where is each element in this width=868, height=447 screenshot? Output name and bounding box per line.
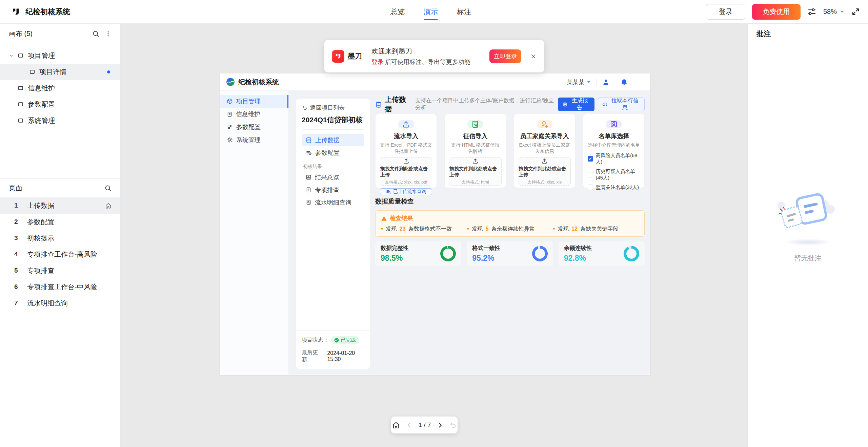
chart-icon bbox=[306, 174, 311, 180]
nav-item-参数配置[interactable]: 参数配置 bbox=[220, 121, 288, 133]
tree-item-项目管理[interactable]: 项目管理 bbox=[0, 47, 120, 64]
person-card-icon bbox=[606, 120, 622, 128]
fetch-bank-info-button[interactable]: 拉取本行信息 bbox=[598, 98, 645, 111]
user-icon[interactable] bbox=[602, 79, 609, 86]
mockup-system-title: 纪检初核系统 bbox=[238, 78, 279, 87]
gear-icon bbox=[227, 137, 233, 143]
nav-item-label: 项目管理 bbox=[236, 97, 261, 105]
tree-item-label: 信息维护 bbox=[28, 84, 55, 93]
banner-login-link[interactable]: 登录 bbox=[371, 59, 384, 65]
page-item-4[interactable]: 4专项排查工作台-高风险 bbox=[0, 246, 120, 262]
page-item-7[interactable]: 7流水明细查询 bbox=[0, 295, 120, 311]
page-item-3[interactable]: 3初核提示 bbox=[0, 230, 120, 246]
list-option[interactable]: 历史可疑人员名单(45人) bbox=[588, 168, 640, 181]
option-label: 监管关注名单(32人) bbox=[596, 184, 639, 191]
finding-text: 发现 23 条数据格式不一致 bbox=[386, 226, 452, 233]
login-button[interactable]: 登录 bbox=[706, 4, 745, 20]
replay-icon[interactable] bbox=[449, 422, 457, 429]
project-title: 2024Q1信贷部初核 bbox=[302, 115, 364, 125]
free-use-button[interactable]: 免费使用 bbox=[752, 4, 801, 20]
page-item-2[interactable]: 2参数配置 bbox=[0, 214, 120, 230]
mockup-body: 项目管理信息维护参数配置系统管理 返回项目列表 2024Q1信贷部初核 上传数据… bbox=[220, 91, 650, 375]
tree-item-label: 参数配置 bbox=[28, 100, 55, 109]
page-label: 上传数据 bbox=[27, 201, 54, 210]
page-label: 专项排查 bbox=[27, 266, 54, 275]
checkbox-unchecked[interactable] bbox=[588, 185, 593, 190]
fullscreen-icon[interactable] bbox=[851, 7, 860, 16]
pages-list: 1上传数据2参数配置3初核提示4专项排查工作台-高风险5专项排查6专项排查工作台… bbox=[0, 197, 120, 311]
page-label: 参数配置 bbox=[27, 217, 54, 227]
card-description: Excel 模板上传员工家庭关系信息 bbox=[519, 142, 571, 154]
home-icon[interactable] bbox=[392, 421, 400, 429]
menu-item-label: 上传数据 bbox=[315, 136, 340, 144]
file-dropzone[interactable]: 拖拽文件到此处或点击上传支持格式: xlsx, xls bbox=[519, 157, 571, 186]
menu-item-上传数据[interactable]: 上传数据 bbox=[302, 134, 364, 146]
preferences-icon[interactable] bbox=[807, 7, 816, 16]
updated-value: 2024-01-20 15:30 bbox=[327, 350, 364, 362]
page-label: 流水明细查询 bbox=[27, 299, 68, 308]
upload-cards-row: 流水导入支持 Excel、PDF 格式文件批量上传拖拽文件到此处或点击上传支持格… bbox=[375, 114, 645, 188]
bullet-icon: • bbox=[553, 226, 555, 233]
menu-item-结果总览[interactable]: 结果总览 bbox=[302, 171, 364, 184]
close-icon[interactable] bbox=[530, 53, 537, 60]
nav-item-项目管理[interactable]: 项目管理 bbox=[220, 95, 288, 108]
tree-item-参数配置[interactable]: 参数配置 bbox=[0, 96, 120, 112]
tab-演示[interactable]: 演示 bbox=[424, 0, 438, 23]
chevron-down-icon[interactable] bbox=[9, 53, 14, 58]
login-now-button[interactable]: 立即登录 bbox=[489, 49, 521, 63]
page-number: 5 bbox=[14, 267, 18, 274]
content-title: 上传数据 bbox=[385, 95, 412, 114]
doc-up-icon bbox=[467, 120, 483, 128]
user-menu[interactable]: 某某某 bbox=[567, 78, 591, 86]
upload-content: 上传数据 支持在一个项目中上传多个主体/账户数据，进行汇总/独立分析 生成报告 … bbox=[375, 98, 645, 266]
tab-总览[interactable]: 总览 bbox=[390, 0, 405, 23]
list-option[interactable]: 高风险人员名单(68人) bbox=[588, 152, 640, 165]
page-item-5[interactable]: 5专项排查 bbox=[0, 262, 120, 279]
menu-item-流水明细查询[interactable]: 流水明细查询 bbox=[302, 196, 364, 209]
search-icon[interactable] bbox=[92, 30, 99, 37]
dropzone-formats: 支持格式: xlsx, xls, pdf bbox=[385, 179, 427, 185]
welcome-banner: 墨刀 欢迎来到墨刀 登录后可使用标注、导出等更多功能 立即登录 bbox=[324, 40, 544, 72]
topbar-right: 登录 免费使用 58% bbox=[706, 4, 868, 20]
annotations-sidebar: 批注 暂无批注 bbox=[747, 24, 868, 447]
checkbox-unchecked[interactable] bbox=[588, 172, 593, 177]
search-icon[interactable] bbox=[104, 185, 112, 192]
menu-item-label: 参数配置 bbox=[315, 149, 340, 157]
menu-item-参数配置[interactable]: 参数配置 bbox=[302, 146, 364, 159]
uploaded-flow-query-button[interactable]: 已上传流水查询 bbox=[380, 188, 432, 195]
prev-page-icon[interactable] bbox=[406, 422, 413, 429]
modao-brand-label: 墨刀 bbox=[348, 51, 362, 61]
nav-item-label: 系统管理 bbox=[236, 136, 261, 144]
option-label: 历史可疑人员名单(45人) bbox=[596, 168, 640, 181]
tab-标注[interactable]: 标注 bbox=[457, 0, 471, 23]
check-result-box: 检查结果 •发现 23 条数据格式不一致•发现 5 条余额连续性异常•发现 12… bbox=[375, 210, 645, 237]
page-item-6[interactable]: 6专项排查工作台-中风险 bbox=[0, 279, 120, 295]
list-option[interactable]: 监管关注名单(32人) bbox=[588, 184, 640, 191]
page-item-1[interactable]: 1上传数据 bbox=[0, 197, 120, 214]
menu-item-专项排查[interactable]: 专项排查 bbox=[302, 184, 364, 196]
more-menu-icon[interactable] bbox=[105, 30, 112, 37]
nav-item-系统管理[interactable]: 系统管理 bbox=[220, 133, 288, 146]
tree-item-系统管理[interactable]: 系统管理 bbox=[0, 112, 120, 129]
back-to-projects[interactable]: 返回项目列表 bbox=[302, 104, 364, 112]
file-dropzone[interactable]: 拖拽文件到此处或点击上传支持格式: html bbox=[449, 157, 501, 186]
status-badge: 已完成 bbox=[331, 336, 359, 344]
option-label: 高风险人员名单(68人) bbox=[596, 152, 640, 165]
selected-dot bbox=[107, 70, 110, 73]
bell-icon[interactable] bbox=[621, 79, 628, 86]
findings-row: •发现 23 条数据格式不一致•发现 5 条余额连续性异常•发现 12 条缺失关… bbox=[381, 226, 639, 233]
tree-item-信息维护[interactable]: 信息维护 bbox=[0, 80, 120, 96]
next-page-icon[interactable] bbox=[437, 422, 444, 429]
zoom-control[interactable]: 58% bbox=[823, 8, 845, 16]
tree-item-项目详情[interactable]: 项目详情 bbox=[0, 64, 120, 80]
generate-report-button[interactable]: 生成报告 bbox=[558, 98, 595, 111]
project-status-area: 项目状态： 已完成 最后更新： 2024-01-20 15:30 bbox=[296, 330, 370, 369]
checkbox-checked[interactable] bbox=[588, 156, 593, 162]
file-dropzone[interactable]: 拖拽文件到此处或点击上传支持格式: xlsx, xls, pdf bbox=[380, 157, 432, 186]
metric-texts: 格式一致性95.2% bbox=[472, 244, 500, 263]
doc-lines-icon bbox=[306, 187, 311, 193]
nav-item-信息维护[interactable]: 信息维护 bbox=[220, 108, 288, 121]
tree-item-label: 项目管理 bbox=[28, 51, 55, 60]
metric-label: 余额连续性 bbox=[564, 244, 592, 252]
metric-value: 92.8% bbox=[564, 254, 592, 263]
